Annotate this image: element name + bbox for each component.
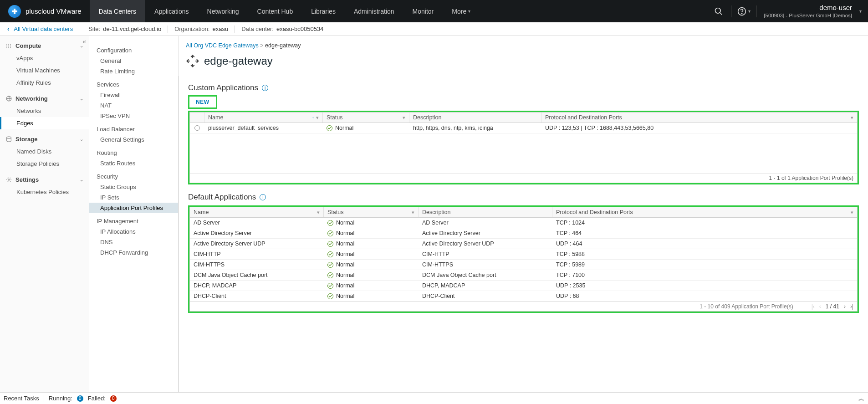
svg-point-4	[6, 44, 7, 45]
subnav-item-application-port-profiles[interactable]: Application Port Profiles	[89, 203, 178, 213]
filter-icon[interactable]: ▾	[316, 115, 319, 121]
table-row[interactable]: plusserver_default_servicesNormalhttp, h…	[190, 123, 857, 133]
page-last-icon[interactable]: ›|	[850, 303, 853, 310]
topnav-item-networking[interactable]: Networking	[198, 0, 248, 22]
chevron-down-icon: ▾	[859, 9, 862, 14]
status-ok-icon	[327, 272, 333, 278]
svg-point-8	[8, 46, 9, 46]
topnav: Data CentersApplicationsNetworkingConten…	[90, 0, 480, 22]
info-icon[interactable]: i	[262, 85, 268, 91]
subnav-item-ipsec-vpn[interactable]: IPSec VPN	[97, 111, 178, 121]
sidebar-group-storage[interactable]: Storage⌄	[0, 133, 89, 145]
edge-gateway-icon	[186, 54, 199, 68]
topnav-item-libraries[interactable]: Libraries	[302, 0, 345, 22]
subnav-item-dns[interactable]: DNS	[97, 237, 178, 247]
filter-icon[interactable]: ▾	[317, 210, 320, 215]
default-apps-table: Name↑▾ Status▾ Description Protocol and …	[189, 207, 858, 312]
subnav-item-ip-allocations[interactable]: IP Allocations	[97, 226, 178, 237]
sidebar-item-virtual-machines[interactable]: Virtual Machines	[0, 64, 89, 77]
topnav-item-content-hub[interactable]: Content Hub	[248, 0, 302, 22]
svg-point-6	[10, 44, 11, 45]
topnav-item-administration[interactable]: Administration	[345, 0, 403, 22]
table-row[interactable]: DCM Java Object Cache portNormalDCM Java…	[190, 270, 857, 281]
breadcrumb-current: edge-gateway	[265, 42, 301, 49]
page-first-icon[interactable]: |‹	[812, 303, 815, 310]
sidebar-item-edges[interactable]: Edges	[0, 117, 89, 129]
topnav-item-applications[interactable]: Applications	[145, 0, 198, 22]
subnav-item-firewall[interactable]: Firewall	[97, 90, 178, 100]
custom-apps-table: Name↑▾ Status▾ Description Protocol and …	[189, 112, 858, 183]
new-button[interactable]: NEW	[189, 97, 216, 107]
subnav-group-security: Security	[97, 171, 178, 182]
sidebar-item-storage-policies[interactable]: Storage Policies	[0, 158, 89, 170]
back-icon[interactable]: ‹	[7, 26, 9, 32]
sidebar-item-networks[interactable]: Networks	[0, 105, 89, 117]
status-ok-icon	[327, 293, 333, 299]
table-row[interactable]: DHCP, MADCAPNormalDHCP, MADCAPUDP : 2535	[190, 281, 857, 291]
table-row[interactable]: AD ServerNormalAD ServerTCP : 1024	[190, 218, 857, 228]
table-row[interactable]: CIM-HTTPSNormalCIM-HTTPSTCP : 5989	[190, 260, 857, 270]
user-menu[interactable]: demo-user [500903] - PlusServer GmbH [De…	[761, 4, 855, 19]
status-ok-icon	[327, 283, 333, 289]
sidebar-item-kubernetes-policies[interactable]: Kubernetes Policies	[0, 186, 89, 198]
default-apps-heading: Default Applications	[188, 193, 256, 202]
topbar-right: ▾ demo-user [500903] - PlusServer GmbH […	[711, 4, 868, 19]
filter-icon[interactable]: ▾	[403, 115, 405, 121]
filter-icon[interactable]: ▾	[851, 210, 853, 215]
sidebar-group-settings[interactable]: Settings⌄	[0, 174, 89, 186]
topnav-item-more[interactable]: More▾	[443, 0, 480, 22]
table-row[interactable]: Active Directory Server UDPNormalActive …	[190, 239, 857, 249]
svg-line-1	[720, 12, 722, 15]
sidebar-item-affinity-rules[interactable]: Affinity Rules	[0, 77, 89, 89]
brand[interactable]: pluscloud VMware	[0, 5, 90, 18]
filter-icon[interactable]: ▾	[412, 210, 414, 215]
topnav-item-monitor[interactable]: Monitor	[403, 0, 443, 22]
context-bar: ‹ All Virtual data centers Site:de-11.vc…	[0, 22, 868, 36]
user-org: [500903] - PlusServer GmbH [Demos]	[764, 12, 852, 19]
help-icon[interactable]: ▾	[736, 4, 751, 19]
subnav-item-ip-sets[interactable]: IP Sets	[97, 192, 178, 203]
sidebar-group-networking[interactable]: Networking⌄	[0, 92, 89, 105]
brand-text: pluscloud VMware	[26, 7, 82, 15]
table-row[interactable]: DHCP-ClientNormalDHCP-ClientUDP : 68	[190, 291, 857, 302]
breadcrumb-link[interactable]: All Org VDC Edge Gateways	[186, 42, 260, 49]
sidebar-group-compute[interactable]: Compute⌄	[0, 40, 89, 52]
sidebar-collapse-icon[interactable]: «	[82, 38, 86, 45]
svg-point-12	[10, 47, 11, 48]
row-radio[interactable]	[194, 125, 200, 131]
subnav-group-configuration: Configuration	[97, 45, 178, 56]
status-ok-icon	[327, 230, 333, 236]
grid-icon	[5, 43, 12, 49]
svg-point-17	[8, 179, 9, 180]
subnav-item-nat[interactable]: NAT	[97, 100, 178, 111]
sidebar-item-named-disks[interactable]: Named Disks	[0, 145, 89, 158]
page-prev-icon[interactable]: ‹	[819, 303, 821, 310]
table-row[interactable]: CIM-HTTPNormalCIM-HTTPTCP : 5988	[190, 249, 857, 260]
primary-sidebar: « Compute⌄vAppsVirtual MachinesAffinity …	[0, 36, 89, 392]
table-row[interactable]: Active Directory ServerNormalActive Dire…	[190, 228, 857, 239]
brand-icon	[8, 5, 21, 18]
filter-icon[interactable]: ▾	[851, 115, 853, 121]
sort-asc-icon[interactable]: ↑	[313, 210, 315, 215]
subnav-group-ip-management: IP Management	[97, 216, 178, 226]
user-name: demo-user	[764, 4, 852, 12]
svg-point-11	[8, 47, 9, 48]
back-link[interactable]: All Virtual data centers	[14, 26, 73, 32]
subnav-item-static-routes[interactable]: Static Routes	[97, 158, 178, 169]
search-icon[interactable]	[711, 4, 726, 19]
page-next-icon[interactable]: ›	[844, 303, 846, 310]
svg-point-0	[715, 8, 721, 13]
sort-asc-icon[interactable]: ↑	[312, 115, 314, 120]
topbar: pluscloud VMware Data CentersApplication…	[0, 0, 868, 22]
topnav-item-data-centers[interactable]: Data Centers	[90, 0, 145, 22]
subnav-item-general[interactable]: General	[97, 56, 178, 66]
subnav-item-rate-limiting[interactable]: Rate Limiting	[97, 66, 178, 77]
status-ok-icon	[327, 251, 333, 257]
sidebar-item-vapps[interactable]: vApps	[0, 52, 89, 64]
info-icon[interactable]: i	[260, 194, 266, 200]
subnav-item-static-groups[interactable]: Static Groups	[97, 182, 178, 192]
subnav-item-general-settings[interactable]: General Settings	[97, 134, 178, 145]
subnav-item-dhcp-forwarding[interactable]: DHCP Forwarding	[97, 247, 178, 258]
status-ok-icon	[327, 262, 333, 268]
breadcrumb: All Org VDC Edge Gateways > edge-gateway	[179, 36, 868, 51]
